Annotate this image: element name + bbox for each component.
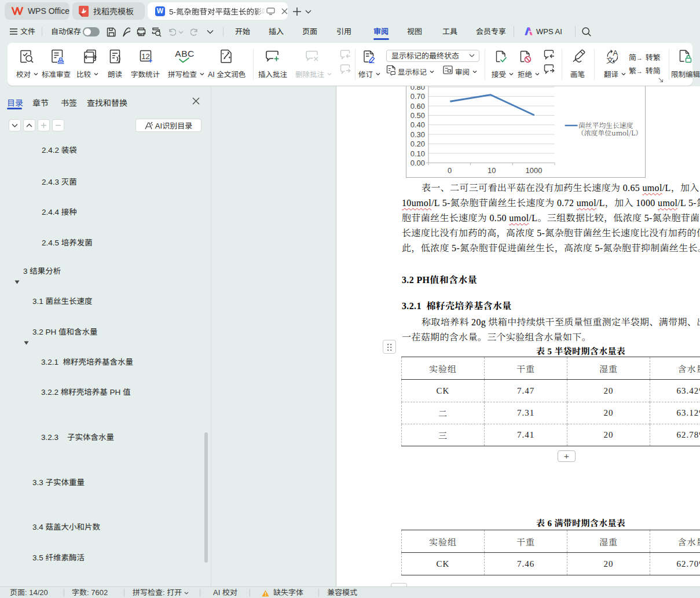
svg-text:0.20: 0.20 <box>411 140 425 148</box>
svg-text:0.00: 0.00 <box>411 159 425 167</box>
svg-text:0.40: 0.40 <box>411 120 425 129</box>
svg-text:10: 10 <box>488 166 496 175</box>
svg-text:0.30: 0.30 <box>411 130 425 139</box>
svg-text:（浓度单位umol/L）: （浓度单位umol/L） <box>577 127 642 137</box>
svg-text:0: 0 <box>448 166 452 175</box>
svg-text:0.60: 0.60 <box>411 102 425 111</box>
svg-text:0.10: 0.10 <box>411 149 425 158</box>
svg-text:0.50: 0.50 <box>411 111 425 120</box>
svg-text:1000: 1000 <box>526 166 543 175</box>
svg-text:12: 12 <box>141 52 149 61</box>
svg-text:0.70: 0.70 <box>411 92 425 101</box>
svg-text:0.80: 0.80 <box>411 86 425 91</box>
